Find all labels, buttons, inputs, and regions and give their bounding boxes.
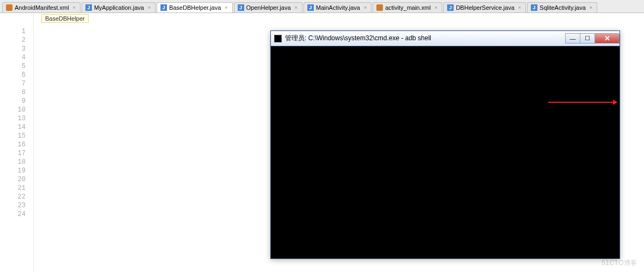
line-number: 4 <box>0 53 26 62</box>
java-file-icon <box>238 4 244 11</box>
line-number: 17 <box>0 149 26 158</box>
line-number: 24 <box>0 210 26 219</box>
java-file-icon <box>531 4 537 11</box>
close-icon[interactable]: × <box>148 5 151 10</box>
close-icon[interactable]: × <box>590 5 592 10</box>
close-icon[interactable]: × <box>225 5 227 10</box>
tab-label: MyApplication.java <box>94 4 144 11</box>
tab-label: AndroidManifest.xml <box>15 4 69 11</box>
line-number: 21 <box>0 184 26 193</box>
tab-openhelper-java[interactable]: OpenHelper.java× <box>234 2 302 13</box>
tab-label: DBHelperService.java <box>456 4 515 11</box>
line-number: 2 <box>0 36 26 45</box>
close-icon[interactable]: × <box>435 5 437 10</box>
line-number: 3 <box>0 45 26 53</box>
maximize-button[interactable]: ☐ <box>580 33 595 44</box>
line-number: 7 <box>0 79 26 88</box>
window-controls: — ☐ ✕ <box>566 33 620 44</box>
tab-label: OpenHelper.java <box>246 4 291 11</box>
line-number: 5 <box>0 62 26 71</box>
tab-label: activity_main.xml <box>385 4 431 11</box>
xml-file-icon <box>6 4 13 11</box>
terminal-titlebar[interactable]: 管理员: C:\Windows\system32\cmd.exe - adb s… <box>271 31 620 46</box>
close-icon[interactable]: × <box>364 5 367 10</box>
line-number: 22 <box>0 193 26 201</box>
line-number: 6 <box>0 71 26 79</box>
java-file-icon <box>160 4 167 11</box>
line-number: 9 <box>0 97 26 106</box>
editor-tabs: AndroidManifest.xml×MyApplication.java×B… <box>0 0 644 13</box>
tab-mainactivity-java[interactable]: MainActivity.java× <box>304 2 371 13</box>
line-number: 14 <box>0 123 26 132</box>
breadcrumb[interactable]: BaseDBHelper <box>41 14 89 23</box>
java-file-icon <box>85 4 92 11</box>
tab-sqliteactivity-java[interactable]: SqliteActivity.java× <box>527 2 597 13</box>
tab-label: MainActivity.java <box>316 4 360 11</box>
line-number: 8 <box>0 88 26 97</box>
tab-androidmanifest-xml[interactable]: AndroidManifest.xml× <box>2 2 81 13</box>
terminal-title-text: 管理员: C:\Windows\system32\cmd.exe - adb s… <box>285 34 566 43</box>
tab-activity_main-xml[interactable]: activity_main.xml× <box>373 2 442 13</box>
java-file-icon <box>307 4 314 11</box>
line-number: 15 <box>0 132 26 140</box>
tab-label: SqliteActivity.java <box>540 4 586 11</box>
tab-dbhelperservice-java[interactable]: DBHelperService.java× <box>443 2 526 13</box>
line-number: 18 <box>0 158 26 166</box>
close-icon[interactable]: × <box>518 5 521 10</box>
terminal-window[interactable]: 管理员: C:\Windows\system32\cmd.exe - adb s… <box>270 30 620 259</box>
minimize-button[interactable]: — <box>565 33 580 44</box>
terminal-icon <box>274 35 282 42</box>
close-icon[interactable]: × <box>295 5 298 10</box>
java-file-icon <box>447 4 454 11</box>
line-number: 13 <box>0 114 26 123</box>
line-number: 23 <box>0 201 26 210</box>
close-button[interactable]: ✕ <box>595 33 620 44</box>
line-number: 1 <box>0 27 26 36</box>
watermark: 51CTO博客 <box>602 258 637 268</box>
close-icon[interactable]: × <box>73 5 76 10</box>
line-gutter: 12345678910131415161718192021222324 <box>0 13 34 272</box>
line-number: 10 <box>0 106 26 114</box>
tab-basedbhelper-java[interactable]: BaseDBHelper.java× <box>157 2 233 13</box>
tab-myapplication-java[interactable]: MyApplication.java× <box>82 2 156 13</box>
line-number: 16 <box>0 140 26 149</box>
terminal-body[interactable] <box>271 46 620 72</box>
line-number: 19 <box>0 166 26 175</box>
xml-file-icon <box>376 4 383 11</box>
line-number: 20 <box>0 175 26 184</box>
tab-label: BaseDBHelper.java <box>169 4 221 11</box>
